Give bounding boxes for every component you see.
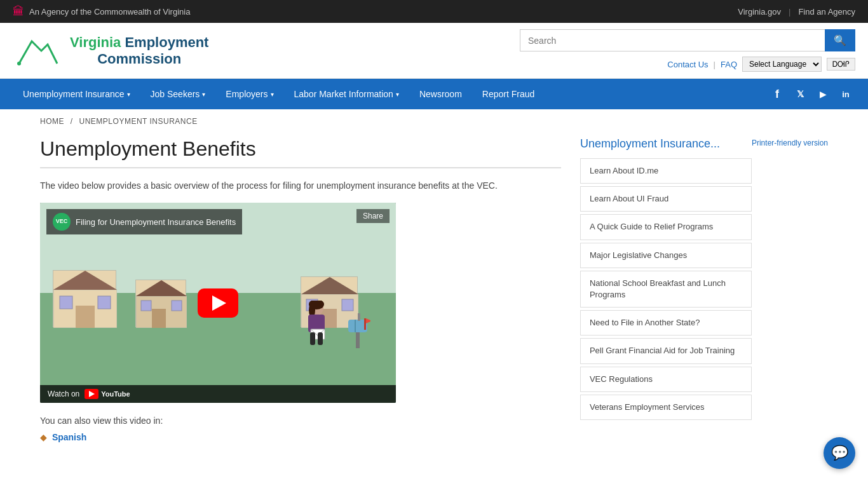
svg-rect-5	[98, 296, 111, 309]
svg-rect-8	[152, 309, 166, 328]
breadcrumb: HOME / UNEMPLOYMENT INSURANCE	[40, 109, 828, 131]
video-house-1	[53, 270, 116, 327]
svg-rect-28	[318, 332, 323, 345]
chat-button[interactable]: 💬	[824, 437, 855, 461]
separator: |	[789, 7, 790, 17]
pipe-separator: |	[714, 60, 715, 69]
header: Virginia Employment Commission 🔍 Contact…	[0, 23, 868, 79]
svg-rect-19	[356, 332, 360, 348]
sidebar-link-pell-grant[interactable]: Pell Grant Financial Aid for Job Trainin…	[580, 338, 752, 363]
main-content: Unemployment Benefits The video below pr…	[40, 137, 561, 442]
breadcrumb-separator: /	[71, 117, 73, 126]
svg-marker-12	[301, 277, 358, 294]
breadcrumb-section: UNEMPLOYMENT INSURANCE	[79, 117, 198, 126]
faq-link[interactable]: FAQ	[721, 60, 737, 69]
dropdown-arrow-icon: ▾	[202, 91, 205, 98]
also-view-text: You can also view this video in:	[40, 416, 561, 426]
sidebar-link-quick-guide[interactable]: A Quick Guide to Relief Programs	[580, 214, 752, 240]
dropdown-arrow-icon: ▾	[127, 91, 130, 98]
twitter-icon[interactable]: 𝕏	[790, 85, 810, 104]
main-nav: Unemployment Insurance ▾ Job Seekers ▾ E…	[0, 79, 868, 109]
search-input[interactable]	[520, 29, 825, 51]
agency-icon: 🏛	[13, 5, 24, 18]
spanish-link-row: ◆ Spanish	[40, 432, 561, 442]
video-mailbox	[345, 313, 370, 353]
printer-friendly-link[interactable]: Printer-friendly version	[752, 139, 828, 147]
agency-label: 🏛 An Agency of the Commonwealth of Virgi…	[13, 5, 190, 18]
nav-item-employers[interactable]: Employers ▾	[215, 79, 283, 109]
page-title: Unemployment Benefits	[40, 137, 561, 168]
video-house-2	[135, 280, 186, 327]
youtube-icon-badge	[85, 389, 98, 399]
linkedin-icon[interactable]: in	[836, 85, 855, 104]
diamond-icon: ◆	[40, 432, 47, 442]
youtube-label: YouTube	[101, 390, 130, 398]
play-button[interactable]	[198, 288, 238, 318]
nav-item-report-fraud[interactable]: Report Fraud	[472, 79, 545, 109]
svg-rect-9	[141, 301, 151, 311]
sidebar: Unemployment Insurance... Learn About ID…	[580, 137, 752, 442]
main-layout: Unemployment Benefits The video below pr…	[40, 131, 752, 461]
svg-rect-15	[342, 299, 353, 311]
svg-rect-4	[60, 296, 72, 309]
youtube-logo: YouTube	[85, 389, 130, 399]
video-title-text: Filing for Unemployment Insurance Benefi…	[76, 217, 236, 227]
language-select[interactable]: Select Language	[742, 57, 822, 72]
dropdown-arrow-icon: ▾	[271, 91, 274, 98]
svg-rect-20	[364, 318, 366, 330]
svg-rect-3	[76, 306, 95, 328]
sidebar-link-learn-idme[interactable]: Learn About ID.me	[580, 158, 752, 184]
breadcrumb-row: HOME / UNEMPLOYMENT INSURANCE Printer-fr…	[40, 109, 828, 131]
nav-item-job-seekers[interactable]: Job Seekers ▾	[140, 79, 216, 109]
dropdown-arrow-icon: ▾	[396, 91, 399, 98]
search-button[interactable]: 🔍	[825, 29, 855, 51]
svg-marker-2	[53, 271, 117, 290]
svg-rect-27	[310, 332, 315, 345]
logo-area: Virginia Employment Commission	[13, 32, 208, 70]
header-right: 🔍 Contact Us | FAQ Select Language ᎠᎺᎵ	[520, 29, 855, 72]
contact-us-link[interactable]: Contact Us	[667, 60, 708, 69]
content-area: HOME / UNEMPLOYMENT INSURANCE Printer-fr…	[27, 109, 841, 461]
youtube-icon[interactable]: ▶	[813, 85, 832, 104]
header-utils: Contact Us | FAQ Select Language ᎠᎺᎵ	[667, 57, 855, 72]
svg-rect-17	[358, 313, 360, 321]
logo-virginia: Virginia	[70, 34, 121, 50]
sidebar-link-veterans-employment[interactable]: Veterans Employment Services	[580, 395, 752, 420]
sidebar-link-learn-ui-fraud[interactable]: Learn About UI Fraud	[580, 186, 752, 212]
svg-marker-7	[136, 280, 187, 296]
play-triangle-icon	[212, 295, 226, 311]
video-character	[301, 301, 332, 353]
svg-rect-18	[355, 320, 356, 332]
intro-text: The video below provides a basic overvie…	[40, 179, 561, 193]
sidebar-link-vec-regulations[interactable]: VEC Regulations	[580, 367, 752, 392]
facebook-icon[interactable]: f	[768, 85, 787, 104]
watch-on-text: Watch on	[48, 390, 79, 398]
svg-rect-10	[172, 301, 182, 311]
logo-employment: Employment	[125, 34, 208, 50]
sidebar-link-national-school[interactable]: National School Breakfast and Lunch Prog…	[580, 271, 752, 308]
sidebar-title: Unemployment Insurance...	[580, 137, 752, 151]
nav-item-newsroom[interactable]: Newsroom	[409, 79, 472, 109]
search-bar: 🔍	[520, 29, 855, 51]
logo-commission: Commission	[70, 51, 208, 67]
sidebar-link-another-state[interactable]: Need to File in Another State?	[580, 310, 752, 336]
find-agency-link[interactable]: Find an Agency	[798, 7, 855, 17]
vec-badge: VEC	[53, 213, 71, 231]
social-links: f 𝕏 ▶ in	[768, 85, 855, 104]
top-bar: 🏛 An Agency of the Commonwealth of Virgi…	[0, 0, 868, 23]
sidebar-link-major-legislative[interactable]: Major Legislative Changes	[580, 243, 752, 268]
share-button[interactable]: Share	[356, 209, 390, 223]
svg-point-0	[17, 62, 21, 65]
nav-item-unemployment-insurance[interactable]: Unemployment Insurance ▾	[13, 79, 140, 109]
amharic-button[interactable]: ᎠᎺᎵ	[827, 58, 855, 71]
video-player[interactable]: VEC Filing for Unemployment Insurance Be…	[40, 203, 396, 403]
breadcrumb-home[interactable]: HOME	[40, 117, 64, 126]
top-links: Virginia.gov | Find an Agency	[738, 7, 855, 17]
video-bottom-bar: Watch on YouTube	[40, 385, 396, 403]
agency-text: An Agency of the Commonwealth of Virgini…	[29, 7, 190, 17]
spanish-link[interactable]: Spanish	[52, 432, 86, 442]
svg-marker-21	[366, 318, 370, 323]
nav-item-labor-market[interactable]: Labor Market Information ▾	[284, 79, 409, 109]
logo-mountain-icon	[13, 32, 64, 70]
virginia-gov-link[interactable]: Virginia.gov	[738, 7, 781, 17]
